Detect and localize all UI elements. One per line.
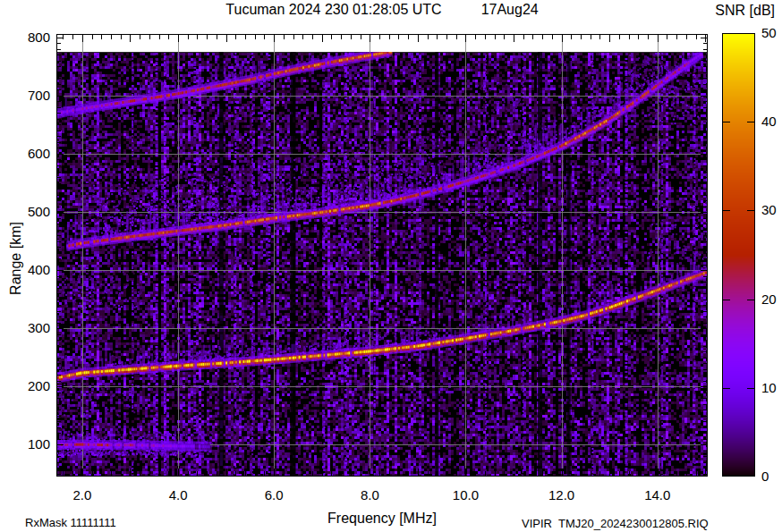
y-tick-label: 100 xyxy=(13,437,50,452)
colorbar-tick-label: 30 xyxy=(761,203,782,217)
y-tick-label: 400 xyxy=(13,263,50,277)
colorbar-tick-label: 50 xyxy=(761,26,782,40)
x-tick-label: 6.0 xyxy=(249,488,299,502)
y-tick-label: 600 xyxy=(13,147,50,161)
x-tick-label: 4.0 xyxy=(153,488,203,502)
rx-mask-label: RxMask 11111111 xyxy=(25,516,116,529)
y-tick-label: 700 xyxy=(13,89,50,103)
x-tick-label: 2.0 xyxy=(57,488,107,502)
x-tick-label: 14.0 xyxy=(633,488,683,502)
y-tick-label: 500 xyxy=(13,205,50,219)
date-label: 17Aug24 xyxy=(481,2,539,17)
colorbar-tick-label: 20 xyxy=(761,292,782,307)
plot-title: Tucuman 2024 230 01:28:05 UTC17Aug24 xyxy=(56,2,708,18)
colorbar-title: SNR [dB] xyxy=(685,3,775,19)
colorbar-tick-label: 40 xyxy=(761,114,782,129)
station-timestamp: Tucuman 2024 230 01:28:05 UTC xyxy=(225,2,441,17)
colorbar-tick-label: 0 xyxy=(761,469,782,484)
x-tick-label: 8.0 xyxy=(344,488,395,502)
x-tick-label: 12.0 xyxy=(537,488,587,502)
ionogram-heatmap-canvas xyxy=(56,34,708,477)
colorbar-tick-label: 10 xyxy=(761,381,782,395)
data-file-label: VIPIR TMJ20_2024230012805.RIQ xyxy=(522,517,709,530)
ionogram-page: Tucuman 2024 230 01:28:05 UTC17Aug24 SNR… xyxy=(0,0,782,532)
y-tick-label: 200 xyxy=(13,379,50,393)
y-axis-label: Range [km] xyxy=(8,205,24,312)
x-tick-label: 10.0 xyxy=(440,488,490,502)
y-tick-label: 300 xyxy=(13,321,50,335)
y-tick-label: 800 xyxy=(13,30,50,45)
colorbar-canvas xyxy=(722,33,755,477)
